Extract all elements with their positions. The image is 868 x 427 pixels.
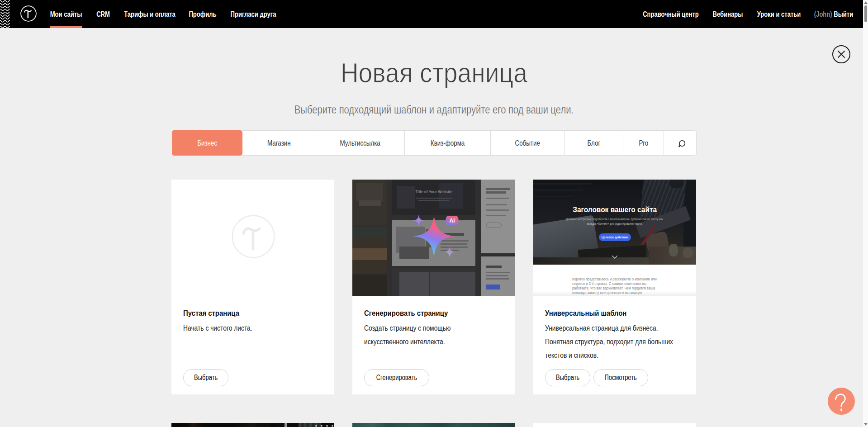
svg-text:AI: AI xyxy=(450,218,455,224)
